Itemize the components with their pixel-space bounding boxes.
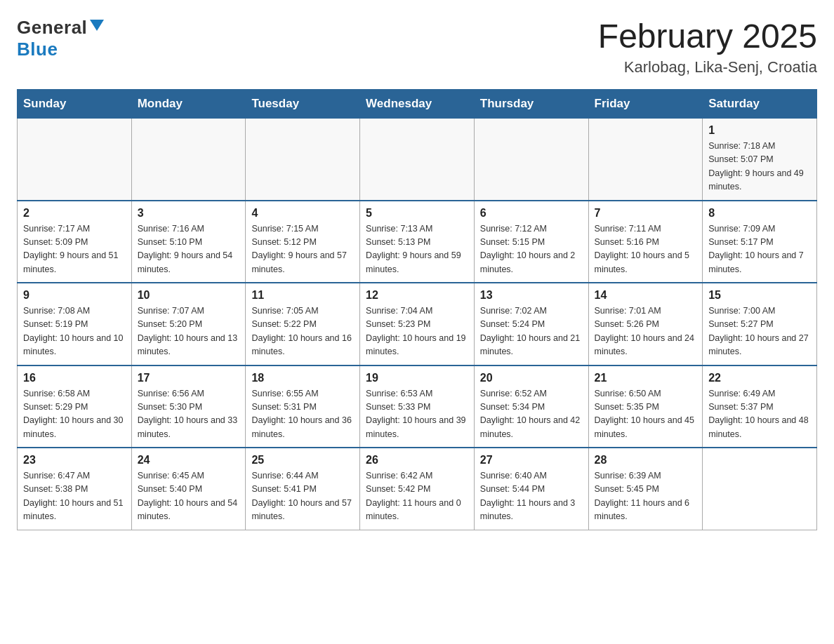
calendar-cell: 17Sunrise: 6:56 AM Sunset: 5:30 PM Dayli… — [131, 365, 246, 448]
calendar-cell: 14Sunrise: 7:01 AM Sunset: 5:26 PM Dayli… — [588, 283, 703, 365]
header-friday: Friday — [588, 90, 703, 119]
calendar-cell — [588, 119, 703, 201]
day-number: 4 — [251, 207, 354, 220]
day-info: Sunrise: 7:01 AM Sunset: 5:26 PM Dayligh… — [595, 304, 697, 359]
day-info: Sunrise: 6:40 AM Sunset: 5:44 PM Dayligh… — [480, 469, 583, 524]
day-number: 5 — [366, 207, 468, 220]
day-info: Sunrise: 7:05 AM Sunset: 5:22 PM Dayligh… — [251, 304, 354, 359]
day-number: 17 — [138, 372, 240, 384]
day-info: Sunrise: 7:17 AM Sunset: 5:09 PM Dayligh… — [23, 222, 126, 277]
calendar-cell — [703, 448, 817, 530]
day-number: 2 — [23, 207, 126, 220]
day-number: 8 — [708, 207, 811, 220]
calendar-cell: 12Sunrise: 7:04 AM Sunset: 5:23 PM Dayli… — [360, 283, 475, 365]
calendar-cell: 21Sunrise: 6:50 AM Sunset: 5:35 PM Dayli… — [588, 365, 703, 448]
calendar-cell: 9Sunrise: 7:08 AM Sunset: 5:19 PM Daylig… — [18, 283, 132, 365]
day-info: Sunrise: 6:49 AM Sunset: 5:37 PM Dayligh… — [708, 387, 811, 442]
day-info: Sunrise: 7:00 AM Sunset: 5:27 PM Dayligh… — [708, 304, 811, 359]
calendar-title: February 2025 — [598, 17, 817, 55]
day-number: 6 — [480, 207, 583, 220]
logo-blue-text: Blue — [17, 39, 58, 60]
calendar-cell: 7Sunrise: 7:11 AM Sunset: 5:16 PM Daylig… — [588, 201, 703, 283]
day-info: Sunrise: 7:13 AM Sunset: 5:13 PM Dayligh… — [366, 222, 468, 277]
calendar-cell: 23Sunrise: 6:47 AM Sunset: 5:38 PM Dayli… — [18, 448, 132, 530]
header-wednesday: Wednesday — [360, 90, 475, 119]
logo-general-text: General — [17, 17, 87, 39]
day-info: Sunrise: 6:58 AM Sunset: 5:29 PM Dayligh… — [23, 387, 126, 442]
day-number: 9 — [23, 289, 126, 302]
week-row-2: 2Sunrise: 7:17 AM Sunset: 5:09 PM Daylig… — [18, 201, 817, 283]
day-number: 14 — [595, 289, 697, 302]
calendar-cell — [246, 119, 360, 201]
day-number: 21 — [595, 372, 697, 384]
day-info: Sunrise: 6:42 AM Sunset: 5:42 PM Dayligh… — [366, 469, 468, 524]
day-number: 23 — [23, 454, 126, 467]
week-row-4: 16Sunrise: 6:58 AM Sunset: 5:29 PM Dayli… — [18, 365, 817, 448]
day-info: Sunrise: 7:16 AM Sunset: 5:10 PM Dayligh… — [138, 222, 240, 277]
calendar-cell: 13Sunrise: 7:02 AM Sunset: 5:24 PM Dayli… — [474, 283, 588, 365]
title-block: February 2025 Karlobag, Lika-Senj, Croat… — [598, 17, 817, 76]
day-info: Sunrise: 7:09 AM Sunset: 5:17 PM Dayligh… — [708, 222, 811, 277]
calendar-cell: 20Sunrise: 6:52 AM Sunset: 5:34 PM Dayli… — [474, 365, 588, 448]
day-number: 10 — [138, 289, 240, 302]
calendar-cell: 4Sunrise: 7:15 AM Sunset: 5:12 PM Daylig… — [246, 201, 360, 283]
day-info: Sunrise: 7:12 AM Sunset: 5:15 PM Dayligh… — [480, 222, 583, 277]
day-number: 15 — [708, 289, 811, 302]
calendar-cell: 6Sunrise: 7:12 AM Sunset: 5:15 PM Daylig… — [474, 201, 588, 283]
week-row-1: 1Sunrise: 7:18 AM Sunset: 5:07 PM Daylig… — [18, 119, 817, 201]
day-number: 11 — [251, 289, 354, 302]
day-number: 28 — [595, 454, 697, 467]
logo-triangle-icon — [90, 20, 104, 31]
calendar-cell: 11Sunrise: 7:05 AM Sunset: 5:22 PM Dayli… — [246, 283, 360, 365]
header-tuesday: Tuesday — [246, 90, 360, 119]
day-info: Sunrise: 6:53 AM Sunset: 5:33 PM Dayligh… — [366, 387, 468, 442]
logo: General Blue — [17, 17, 104, 60]
day-number: 25 — [251, 454, 354, 467]
day-info: Sunrise: 6:55 AM Sunset: 5:31 PM Dayligh… — [251, 387, 354, 442]
calendar-cell: 18Sunrise: 6:55 AM Sunset: 5:31 PM Dayli… — [246, 365, 360, 448]
header-thursday: Thursday — [474, 90, 588, 119]
calendar-cell — [360, 119, 475, 201]
calendar-table: Sunday Monday Tuesday Wednesday Thursday… — [17, 89, 817, 530]
day-info: Sunrise: 7:11 AM Sunset: 5:16 PM Dayligh… — [595, 222, 697, 277]
calendar-cell: 22Sunrise: 6:49 AM Sunset: 5:37 PM Dayli… — [703, 365, 817, 448]
day-number: 19 — [366, 372, 468, 384]
day-number: 7 — [595, 207, 697, 220]
day-info: Sunrise: 6:47 AM Sunset: 5:38 PM Dayligh… — [23, 469, 126, 524]
calendar-cell: 16Sunrise: 6:58 AM Sunset: 5:29 PM Dayli… — [18, 365, 132, 448]
day-info: Sunrise: 7:02 AM Sunset: 5:24 PM Dayligh… — [480, 304, 583, 359]
day-number: 22 — [708, 372, 811, 384]
calendar-cell — [131, 119, 246, 201]
day-info: Sunrise: 6:52 AM Sunset: 5:34 PM Dayligh… — [480, 387, 583, 442]
calendar-cell: 26Sunrise: 6:42 AM Sunset: 5:42 PM Dayli… — [360, 448, 475, 530]
calendar-cell: 3Sunrise: 7:16 AM Sunset: 5:10 PM Daylig… — [131, 201, 246, 283]
day-number: 1 — [708, 124, 811, 137]
day-number: 27 — [480, 454, 583, 467]
day-number: 20 — [480, 372, 583, 384]
calendar-cell: 1Sunrise: 7:18 AM Sunset: 5:07 PM Daylig… — [703, 119, 817, 201]
calendar-cell: 19Sunrise: 6:53 AM Sunset: 5:33 PM Dayli… — [360, 365, 475, 448]
day-info: Sunrise: 6:45 AM Sunset: 5:40 PM Dayligh… — [138, 469, 240, 524]
day-number: 26 — [366, 454, 468, 467]
day-number: 12 — [366, 289, 468, 302]
day-info: Sunrise: 7:07 AM Sunset: 5:20 PM Dayligh… — [138, 304, 240, 359]
calendar-cell — [18, 119, 132, 201]
week-row-5: 23Sunrise: 6:47 AM Sunset: 5:38 PM Dayli… — [18, 448, 817, 530]
calendar-cell — [474, 119, 588, 201]
calendar-subtitle: Karlobag, Lika-Senj, Croatia — [598, 58, 817, 76]
day-number: 13 — [480, 289, 583, 302]
day-info: Sunrise: 6:50 AM Sunset: 5:35 PM Dayligh… — [595, 387, 697, 442]
day-info: Sunrise: 7:18 AM Sunset: 5:07 PM Dayligh… — [708, 140, 811, 194]
calendar-cell: 10Sunrise: 7:07 AM Sunset: 5:20 PM Dayli… — [131, 283, 246, 365]
weekday-header-row: Sunday Monday Tuesday Wednesday Thursday… — [18, 90, 817, 119]
calendar-cell: 2Sunrise: 7:17 AM Sunset: 5:09 PM Daylig… — [18, 201, 132, 283]
header-saturday: Saturday — [703, 90, 817, 119]
day-number: 24 — [138, 454, 240, 467]
day-info: Sunrise: 7:08 AM Sunset: 5:19 PM Dayligh… — [23, 304, 126, 359]
day-info: Sunrise: 7:04 AM Sunset: 5:23 PM Dayligh… — [366, 304, 468, 359]
day-info: Sunrise: 6:56 AM Sunset: 5:30 PM Dayligh… — [138, 387, 240, 442]
header-monday: Monday — [131, 90, 246, 119]
header-sunday: Sunday — [18, 90, 132, 119]
calendar-cell: 24Sunrise: 6:45 AM Sunset: 5:40 PM Dayli… — [131, 448, 246, 530]
day-number: 3 — [138, 207, 240, 220]
